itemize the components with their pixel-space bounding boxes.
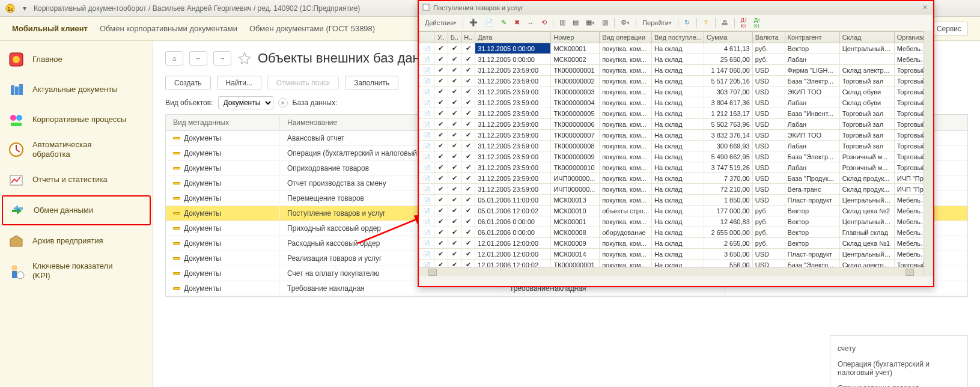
menu-corp-exchange[interactable]: Обмен корпоративными документами [100, 24, 237, 33]
filter3-icon[interactable]: ▦ [583, 17, 597, 28]
delete-icon[interactable]: ✖ [511, 17, 522, 28]
sidebar-icon-2 [6, 109, 26, 130]
svg-point-5 [16, 115, 22, 121]
sidebar-item-7[interactable]: Ключевые показатели(KPI) [0, 256, 153, 286]
refresh-icon[interactable]: ↔ [525, 17, 536, 28]
star-icon[interactable] [237, 51, 252, 66]
add-icon[interactable]: ➕ [467, 17, 480, 28]
doc-icon [173, 257, 180, 260]
grid-row[interactable]: 📄✔✔✔12.01.2006 12:00:00МСК00014покупка, … [419, 249, 933, 260]
sidebar-item-0[interactable]: Главное [0, 44, 153, 75]
row-doc-icon: 📄 [423, 111, 430, 117]
grid-row[interactable]: 📄✔✔✔31.12.2005 23:59:00ИЧП000000...покуп… [419, 173, 933, 184]
grid-header[interactable]: Вид операции [600, 32, 652, 43]
copy-icon[interactable]: 📄 [482, 17, 496, 28]
grid-row[interactable]: 📄✔✔✔31.12.2005 23:59:00ТК000000004покупк… [419, 97, 933, 108]
doc-icon [173, 182, 180, 184]
popup-title-text: Поступления товаров и услуг [433, 4, 523, 11]
row-doc-icon: 📄 [423, 121, 430, 128]
grid-row[interactable]: 📄✔✔✔31.12.2005 0:00:00МСК00002покупка, к… [419, 54, 933, 65]
grid-row[interactable]: 📄✔✔✔31.12.2005 0:00:00МСК00001покупка, к… [419, 43, 933, 54]
help-icon[interactable]: ? [701, 17, 711, 28]
grid-header[interactable]: Валюта [752, 32, 785, 43]
filter1-icon[interactable]: ▥ [557, 17, 568, 28]
grid-row[interactable]: 📄✔✔✔31.12.2005 23:59:00ТК000000006покупк… [419, 119, 933, 130]
sidebar-label: Главное [32, 55, 62, 64]
popup-grid[interactable]: У..Б..Н..ДатаНомерВид операцииВид поступ… [419, 31, 933, 270]
settings-icon[interactable]: ⚙ [618, 17, 632, 28]
grid-row[interactable]: 📄✔✔✔06.01.2006 0:00:00МСК00008оборудован… [419, 227, 933, 238]
grid-header[interactable]: Дата [475, 32, 551, 43]
actions-dropdown[interactable]: Действия [422, 17, 459, 28]
row-doc-icon: 📄 [423, 175, 430, 182]
fill-button[interactable]: Заполнить [345, 76, 398, 90]
grid-row[interactable]: 📄✔✔✔05.01.2006 12:00:02МСК00010объекты с… [419, 206, 933, 216]
row-doc-icon: 📄 [423, 132, 430, 139]
menu-gost-exchange[interactable]: Обмен документами (ГОСТ 53898) [249, 24, 375, 33]
grid-header[interactable]: Номер [551, 32, 600, 43]
doc-icon [173, 167, 180, 169]
app-logo-icon: 1c [5, 3, 16, 14]
find-icon[interactable]: ⟲ [538, 17, 549, 28]
sidebar-item-3[interactable]: Автоматическаяобработка [0, 135, 153, 165]
forward-icon[interactable]: → [213, 51, 231, 66]
dkkr2-icon[interactable]: ДтКт [752, 17, 762, 28]
menu-mobile-client[interactable]: Мобильный клиент [12, 24, 88, 33]
grid-row[interactable]: 📄✔✔✔31.12.2005 23:59:00ТК000000007покупк… [419, 130, 933, 141]
grid-row[interactable]: 📄✔✔✔05.01.2006 11:00:00МСК00013покупка, … [419, 195, 933, 206]
filter2-icon[interactable]: ▤ [570, 17, 581, 28]
grid-row[interactable]: 📄✔✔✔31.12.2005 23:59:00ТК000000010покупк… [419, 162, 933, 173]
popup-titlebar[interactable]: Поступления товаров и услуг ✕ [419, 1, 933, 14]
grid-header[interactable]: Н.. [461, 32, 475, 43]
grid-header[interactable]: Контрагент [785, 32, 839, 43]
sidebar-item-6[interactable]: Архив предприятия [0, 226, 153, 256]
back-icon[interactable]: ← [189, 51, 207, 66]
grid-header[interactable]: Б.. [448, 32, 461, 43]
svg-point-11 [17, 272, 24, 279]
right-panel-item[interactable]: Операция (бухгалтерский и налоговый учет… [838, 356, 960, 380]
find-button[interactable]: Найти... [217, 76, 261, 90]
grid-header[interactable]: У.. [434, 32, 448, 43]
grid-row[interactable]: 📄✔✔✔12.01.2006 12:00:00МСК00009покупка, … [419, 238, 933, 249]
grid-row[interactable]: 📄✔✔✔31.12.2005 23:59:00ТК000000008покупк… [419, 141, 933, 151]
sidebar-item-4[interactable]: Отчеты и статистика [0, 165, 153, 195]
sidebar-icon-5 [7, 200, 28, 221]
horizontal-scrollbar[interactable] [419, 267, 924, 276]
filter4-icon[interactable]: ▧ [600, 17, 610, 28]
grid-row[interactable]: 📄✔✔✔31.12.2005 23:59:00ТК000000009покупк… [419, 151, 933, 162]
sidebar-icon-7 [6, 261, 26, 281]
edit-icon[interactable]: ✎ [498, 17, 509, 28]
sidebar-label: Автоматическаяобработка [32, 140, 91, 159]
create-button[interactable]: Создать [165, 76, 211, 90]
sidebar-item-5[interactable]: Обмен данными [2, 195, 151, 225]
grid-row[interactable]: 📄✔✔✔31.12.2005 23:59:00ТК000000001покупк… [419, 65, 933, 76]
grid-row[interactable]: 📄✔✔✔31.12.2005 23:59:00ТК000000005покупк… [419, 108, 933, 119]
reload-icon[interactable]: ↻ [682, 17, 693, 28]
meta-header-vm[interactable]: Вид метаданных [166, 115, 280, 130]
grid-row[interactable]: 📄✔✔✔31.12.2005 23:59:00ТК000000002покупк… [419, 76, 933, 87]
print-icon[interactable]: 🖶 [719, 17, 731, 28]
grid-row[interactable]: 📄✔✔✔31.12.2005 23:59:00ИЧП000000...покуп… [419, 184, 933, 195]
home-icon[interactable]: ⌂ [165, 51, 183, 66]
right-panel-item[interactable]: счету [838, 341, 960, 356]
right-panel-item[interactable]: Оприходование товаров [838, 380, 960, 387]
grid-header[interactable]: Вид поступле... [652, 32, 704, 43]
sidebar-item-2[interactable]: Корпоративные процессы [0, 105, 153, 135]
popup-toolbar: Действия ➕ 📄 ✎ ✖ ↔ ⟲ ▥ ▤ ▦ ▧ ⚙ Перейти ↻… [419, 14, 933, 31]
dropdown-icon[interactable]: ▾ [19, 3, 30, 14]
menu-service[interactable]: Сервис [930, 22, 968, 36]
clear-filter-icon[interactable]: × [278, 98, 288, 108]
dkkr-icon[interactable]: ДтКт [738, 17, 749, 28]
grid-header[interactable]: Склад [839, 32, 894, 43]
grid-header[interactable] [419, 32, 434, 43]
vertical-scrollbar[interactable] [924, 31, 933, 276]
svg-rect-13 [423, 4, 429, 10]
goto-dropdown[interactable]: Перейти [640, 17, 674, 28]
sidebar-item-1[interactable]: Актуальные документы [0, 75, 153, 105]
close-icon[interactable]: ✕ [920, 3, 930, 13]
row-doc-icon: 📄 [423, 197, 430, 204]
filter-select[interactable]: Документы [218, 96, 273, 109]
grid-row[interactable]: 📄✔✔✔31.12.2005 23:59:00ТК000000003покупк… [419, 87, 933, 97]
grid-header[interactable]: Сумма [704, 32, 753, 43]
grid-row[interactable]: 📄✔✔✔06.01.2006 0:00:00МСК00001покупка, к… [419, 216, 933, 227]
